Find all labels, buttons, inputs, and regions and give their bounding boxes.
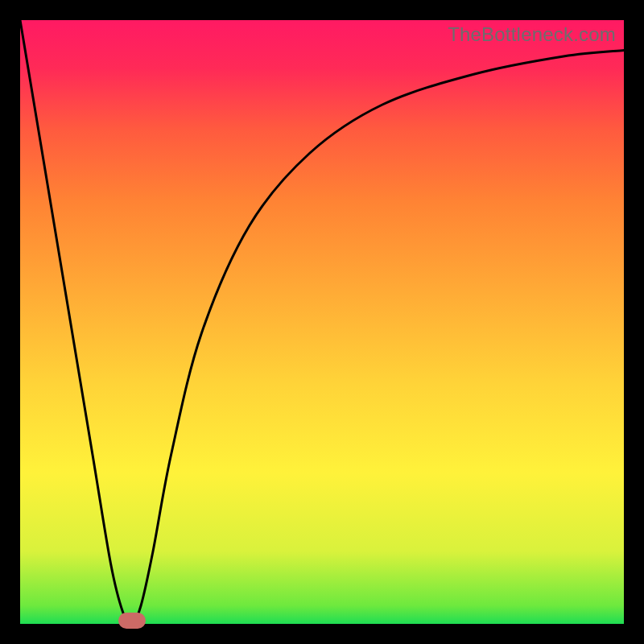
- plot-area: TheBottleneck.com: [20, 20, 624, 624]
- chart-frame: TheBottleneck.com: [0, 0, 644, 644]
- optimum-marker: [118, 613, 146, 629]
- bottleneck-curve: [20, 20, 624, 624]
